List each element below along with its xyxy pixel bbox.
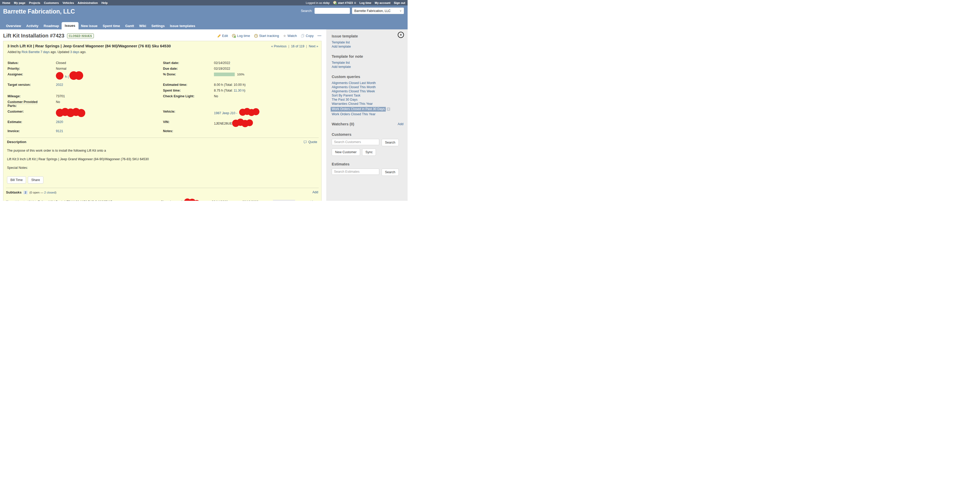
watch-button[interactable]: ★ Watch xyxy=(283,34,297,38)
top-nav-vehicles[interactable]: Vehicles xyxy=(62,1,74,5)
add-template-link[interactable]: Add template xyxy=(332,45,403,49)
logged-in-prefix: Logged in as xyxy=(306,1,322,5)
top-nav-home[interactable]: Home xyxy=(2,1,10,5)
sidebar: × Issue template Template list Add templ… xyxy=(326,29,407,201)
quote-label: Quote xyxy=(308,140,317,144)
search-customers-button[interactable]: Search xyxy=(382,139,399,146)
project-select-value: Barrette Fabrication, LLC xyxy=(354,9,391,13)
custom-query-link[interactable]: Alignments Closed Last Month xyxy=(332,81,403,85)
subtasks-count-badge: 2 xyxy=(23,191,27,194)
chevron-down-icon: ∨ xyxy=(399,9,402,13)
more-actions-button[interactable]: ••• xyxy=(315,200,319,201)
bill-time-button[interactable]: Bill Time xyxy=(7,176,26,183)
custom-query-link[interactable]: Alignments Closed This Month xyxy=(332,85,403,89)
custom-query-link[interactable]: Alignments Closed This Week xyxy=(332,89,403,93)
top-nav-help[interactable]: Help xyxy=(101,1,108,5)
top-menu-bar: Home My page Projects Customers Vehicles… xyxy=(0,0,407,5)
subtask-start-date: 02/14/2022 xyxy=(212,200,242,201)
tab-issue-templates[interactable]: Issue templates xyxy=(167,22,198,29)
template-list-link[interactable]: Template list xyxy=(332,41,403,45)
subtask-status: Closed xyxy=(161,200,181,201)
redaction: h ( xyxy=(56,73,83,81)
search-estimates-button[interactable]: Search xyxy=(382,169,399,176)
assignee-partial-text: N xyxy=(181,200,183,201)
next-issue-link[interactable]: Next » xyxy=(309,45,318,48)
note-add-template-link[interactable]: Add template xyxy=(332,65,403,69)
new-customer-button[interactable]: New Customer xyxy=(332,148,360,156)
notes-label: Notes: xyxy=(163,128,214,134)
custom-query-link[interactable]: Warranties Closed This Year xyxy=(332,102,403,106)
top-nav-customers[interactable]: Customers xyxy=(44,1,59,5)
custom-query-link[interactable]: Work Orders Closed This Year xyxy=(332,112,403,116)
tab-roadmap[interactable]: Roadmap xyxy=(41,22,62,29)
custom-query-link[interactable]: The Past 30 Days xyxy=(332,98,403,102)
issue-details-box: « Previous | 16 of 119 | Next » 3 Inch L… xyxy=(3,41,321,201)
spent-time-total-link[interactable]: 11.30 h xyxy=(234,89,244,92)
close-sidebar-button[interactable]: × xyxy=(398,32,404,38)
tab-new-issue[interactable]: New issue xyxy=(78,22,100,29)
quote-bubble-icon xyxy=(303,140,307,144)
description-section: Description Quote The purpose of this wo… xyxy=(6,137,319,183)
copy-button[interactable]: Copy xyxy=(301,34,313,38)
top-nav-administration[interactable]: Administration xyxy=(78,1,98,5)
more-actions-button[interactable]: ••• xyxy=(317,34,321,38)
vehicle-link[interactable]: 1987 Jeep J10 - xyxy=(214,111,237,115)
add-watcher-link[interactable]: Add xyxy=(398,122,403,126)
tab-wiki[interactable]: Wiki xyxy=(137,22,149,29)
subtask-link[interactable]: Tire + Wheels #7424 xyxy=(6,200,36,201)
tab-activity[interactable]: Activity xyxy=(24,22,41,29)
custom-query-link-selected[interactable]: Work Orders Closed in Past 30 Days xyxy=(331,107,386,112)
invoice-link[interactable]: 9121 xyxy=(56,129,63,133)
search-customers-input[interactable] xyxy=(332,139,379,145)
add-subtask-link[interactable]: Add xyxy=(312,190,318,194)
log-time-link[interactable]: Log time xyxy=(360,1,371,5)
top-nav-my-page[interactable]: My page xyxy=(14,1,25,5)
start-tracking-label: Start tracking xyxy=(259,34,279,38)
estimate-link[interactable]: 2820 xyxy=(56,120,63,124)
tab-overview[interactable]: Overview xyxy=(3,22,24,29)
author-link[interactable]: Rick Barrette xyxy=(22,50,40,54)
target-version-link[interactable]: 2022 xyxy=(56,83,63,87)
sync-button[interactable]: Sync xyxy=(362,148,376,156)
description-heading: Description xyxy=(7,140,26,144)
copy-label: Copy xyxy=(306,34,313,38)
unlink-icon[interactable] xyxy=(309,200,313,201)
note-template-list-link[interactable]: Template list xyxy=(332,61,403,65)
top-nav-projects[interactable]: Projects xyxy=(29,1,40,5)
tab-spent-time[interactable]: Spent time xyxy=(100,22,123,29)
check-engine-label: Check Engine Light: xyxy=(163,93,214,99)
subtask-progress-bar xyxy=(273,200,295,201)
added-age-link[interactable]: 7 days xyxy=(41,50,50,54)
subtasks-closed-link[interactable]: 2 closed xyxy=(44,191,56,194)
subtasks-open-text: (0 open — xyxy=(29,191,43,194)
start-tracking-button[interactable]: Start tracking xyxy=(254,34,279,38)
username-link[interactable]: ricky xyxy=(323,1,329,5)
subtask-assignee: N xyxy=(181,198,212,201)
star-icon: ★ xyxy=(283,34,286,37)
start-tracker-link[interactable]: start #7423 xyxy=(338,1,353,5)
status-label: Status: xyxy=(8,60,56,66)
description-paragraph: Special Notes: xyxy=(7,166,318,170)
remove-query-icon[interactable]: × xyxy=(387,107,390,111)
quote-button[interactable]: Quote xyxy=(303,140,317,144)
tab-settings[interactable]: Settings xyxy=(149,22,167,29)
previous-issue-link[interactable]: « Previous xyxy=(271,45,286,48)
clock-icon xyxy=(254,34,258,38)
search-estimates-input[interactable] xyxy=(332,169,379,175)
tab-issues[interactable]: Issues xyxy=(62,22,78,29)
sign-out-link[interactable]: Sign out xyxy=(394,1,405,5)
custom-query-link[interactable]: Sort By Parent Task xyxy=(332,94,403,97)
my-account-link[interactable]: My account xyxy=(375,1,390,5)
spent-time-suffix: ) xyxy=(244,89,245,92)
search-input[interactable] xyxy=(315,8,350,14)
logged-in-text: Logged in as ricky xyxy=(306,1,329,5)
log-time-button[interactable]: Log time xyxy=(232,34,250,38)
tab-gantt[interactable]: Gantt xyxy=(123,22,137,29)
tracker-menu-icon[interactable]: ≡ xyxy=(354,2,356,4)
updated-age-link[interactable]: 3 days xyxy=(70,50,79,54)
share-button[interactable]: Share xyxy=(28,176,43,183)
closed-issues-badge: CLOSED ISSUES xyxy=(67,33,94,38)
edit-button[interactable]: Edit xyxy=(217,34,228,38)
subtask-sep: : xyxy=(36,200,37,201)
project-jump-select[interactable]: Barrette Fabrication, LLC ∨ xyxy=(352,8,404,14)
